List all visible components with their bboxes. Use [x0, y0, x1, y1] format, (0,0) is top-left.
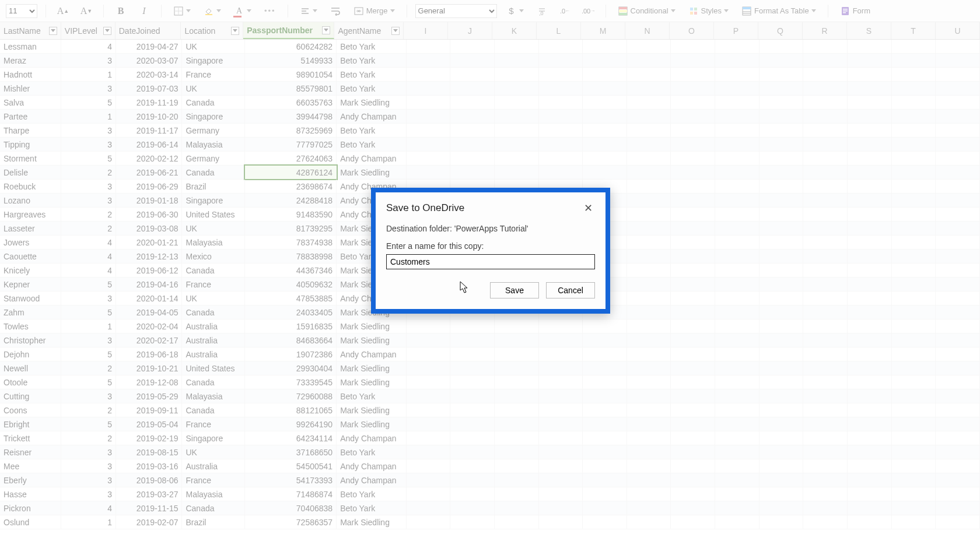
filename-input[interactable] [386, 254, 595, 269]
destination-label: Destination folder: 'PowerApps Tutorial' [386, 224, 595, 233]
cancel-button[interactable]: Cancel [546, 282, 595, 298]
save-dialog: Save to OneDrive ✕ Destination folder: '… [371, 188, 610, 314]
close-button[interactable]: ✕ [582, 202, 595, 215]
prompt-label: Enter a name for this copy: [386, 241, 595, 251]
dialog-title: Save to OneDrive [386, 202, 464, 214]
save-button[interactable]: Save [490, 282, 539, 298]
close-icon: ✕ [584, 202, 593, 214]
